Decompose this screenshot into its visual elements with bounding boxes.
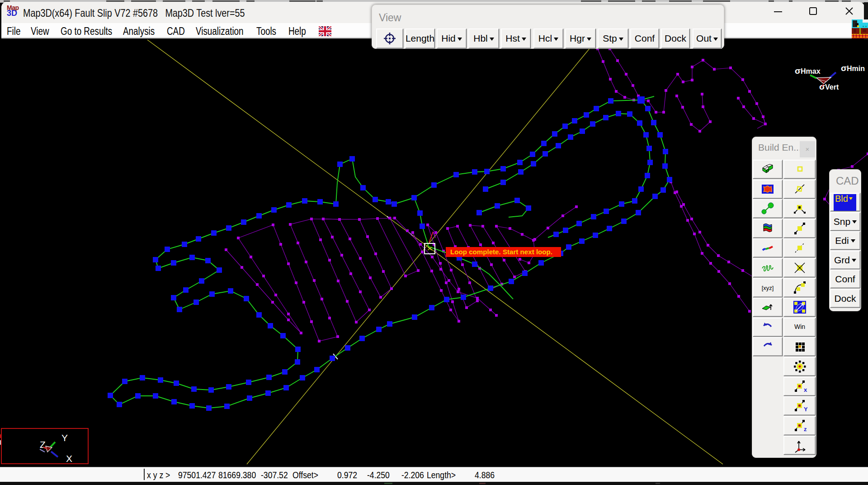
- svg-text:z: z: [804, 426, 807, 433]
- svg-text:[xyz]: [xyz]: [762, 285, 774, 291]
- svg-text:X: X: [66, 453, 72, 464]
- svg-text:σHmax: σHmax: [795, 66, 821, 76]
- svg-text:σHmin: σHmin: [841, 63, 865, 73]
- svg-text:Loop complete. Start next loo: Loop complete. Start next loop.: [450, 248, 552, 256]
- svg-text:Y: Y: [804, 406, 807, 413]
- svg-text:x: x: [804, 386, 807, 393]
- svg-text:Y: Y: [61, 433, 68, 443]
- svg-text:Win: Win: [794, 323, 805, 330]
